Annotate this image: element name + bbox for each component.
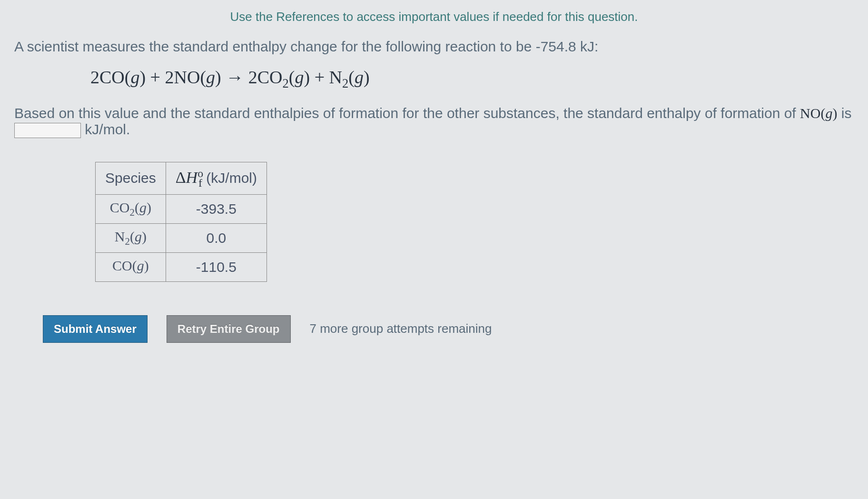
table-row: CO2(g) -393.5 [96,194,267,223]
question-line1-suffix: : [594,39,598,54]
enthalpy-table: Species ΔHof (kJ/mol) CO2(g) -393.5 N2(g… [95,162,267,282]
enthalpy-value: -754.8 kJ [536,39,594,54]
submit-answer-button[interactable]: Submit Answer [43,315,148,343]
r2-coef: 2 [165,67,174,87]
species-cell: N2(g) [96,223,166,252]
table-header-row: Species ΔHof (kJ/mol) [96,162,267,194]
unit-label: kJ/mol. [81,121,130,137]
retry-group-button[interactable]: Retry Entire Group [167,315,291,343]
r2: NO [174,67,200,87]
p1-state: g [295,67,304,87]
question-line1-prefix: A scientist measures the standard enthal… [14,39,536,54]
answer-input[interactable] [14,123,81,138]
references-hint: Use the References to access important v… [14,10,854,24]
r1: CO [99,67,125,87]
p1-sub: 2 [283,76,289,90]
r1-state: g [130,67,139,87]
table-row: CO(g) -110.5 [96,252,267,281]
value-cell: -393.5 [166,194,266,223]
p1: CO [257,67,283,87]
target-species: NO(g) [800,105,837,121]
p2-state: g [355,67,364,87]
species-cell: CO2(g) [96,194,166,223]
reaction-equation: 2CO(g) + 2NO(g) → 2CO2(g) + N2(g) [90,67,854,91]
header-value: ΔHof (kJ/mol) [166,162,266,194]
r1-coef: 2 [90,67,99,87]
species-cell: CO(g) [96,252,166,281]
attempts-remaining: 7 more group attempts remaining [310,321,492,336]
question-prompt: Based on this value and the standard ent… [14,105,854,138]
button-row: Submit Answer Retry Entire Group 7 more … [43,315,854,343]
p2: N [329,67,342,87]
line2-prefix: Based on this value and the standard ent… [14,105,800,121]
table-row: N2(g) 0.0 [96,223,267,252]
value-cell: 0.0 [166,223,266,252]
line2-mid: is [837,105,851,121]
header-species: Species [96,162,166,194]
p1-coef: 2 [248,67,257,87]
plus1: + [146,67,165,87]
r2-state: g [206,67,215,87]
value-cell: -110.5 [166,252,266,281]
arrow: → [221,67,248,87]
plus2: + [310,67,329,87]
question-intro: A scientist measures the standard enthal… [14,39,854,55]
p2-sub: 2 [342,76,348,90]
